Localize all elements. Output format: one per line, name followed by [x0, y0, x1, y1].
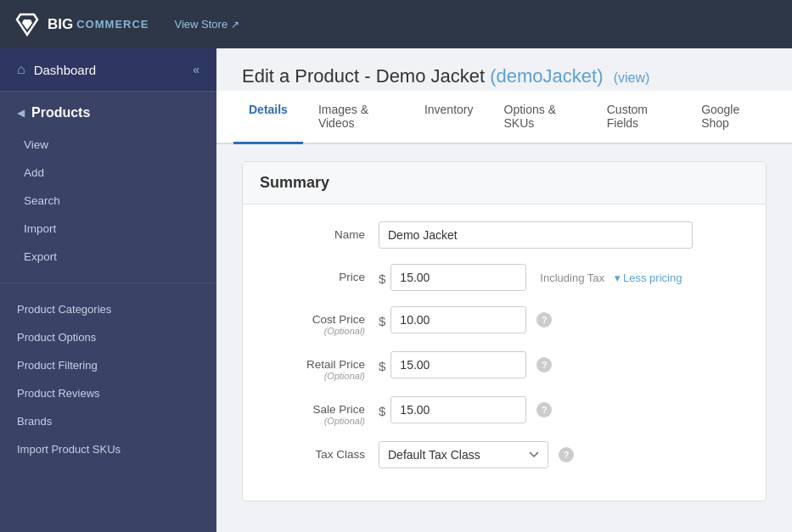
- page-title-view-link[interactable]: (view): [614, 70, 650, 85]
- brand-big-text: BIG: [48, 16, 73, 33]
- sidebar-secondary-nav: Product Categories Product Options Produ…: [0, 292, 216, 467]
- brand-logo: BIGCOMMERCE: [14, 11, 149, 38]
- form-area: Summary Name Price $ Including Tax: [216, 144, 792, 532]
- tab-google-shop[interactable]: Google Shop: [686, 91, 775, 144]
- cost-price-optional-text: (Optional): [268, 326, 365, 336]
- main-layout: ⌂ Dashboard « ◀ Products View Add Search…: [0, 48, 792, 532]
- price-currency-symbol: $: [379, 270, 385, 286]
- retail-price-label: Retail Price (Optional): [268, 351, 379, 381]
- sidebar: ⌂ Dashboard « ◀ Products View Add Search…: [0, 48, 216, 532]
- retail-price-group: $ ?: [379, 351, 552, 378]
- retail-price-label-text: Retail Price: [306, 358, 365, 371]
- tax-class-label: Tax Class: [268, 441, 379, 461]
- form-row-cost-price: Cost Price (Optional) $ ?: [268, 306, 740, 336]
- dashboard-left: ⌂ Dashboard: [17, 62, 96, 77]
- view-store-label: View Store: [175, 18, 228, 31]
- sale-price-help-icon[interactable]: ?: [536, 402, 552, 417]
- form-body: Name Price $ Including Tax ▾ Less pric: [243, 204, 766, 501]
- form-row-price: Price $ Including Tax ▾ Less pricing: [268, 264, 740, 291]
- sidebar-section-arrow-icon: ◀: [17, 107, 25, 119]
- sidebar-collapse-icon[interactable]: «: [193, 63, 199, 76]
- sidebar-item-export[interactable]: Export: [0, 243, 216, 271]
- sidebar-item-product-reviews[interactable]: Product Reviews: [0, 379, 216, 407]
- form-row-sale-price: Sale Price (Optional) $ ?: [268, 396, 740, 426]
- page-title: Edit a Product - Demo Jacket (demoJacket…: [242, 65, 767, 87]
- tax-class-group: Default Tax Class Exempt Tax Class ?: [379, 441, 574, 468]
- home-icon: ⌂: [17, 62, 25, 77]
- price-group: $ Including Tax ▾ Less pricing: [379, 264, 682, 291]
- sidebar-item-product-filtering[interactable]: Product Filtering: [0, 351, 216, 379]
- less-pricing-chevron-icon: ▾: [615, 272, 621, 284]
- sidebar-item-search[interactable]: Search: [0, 187, 216, 215]
- form-row-retail-price: Retail Price (Optional) $ ?: [268, 351, 740, 381]
- sidebar-divider: [0, 283, 216, 283]
- sidebar-item-add[interactable]: Add: [0, 159, 216, 187]
- sidebar-section-header: ◀ Products: [0, 92, 216, 127]
- sidebar-item-product-options[interactable]: Product Options: [0, 323, 216, 351]
- less-pricing-link[interactable]: ▾ Less pricing: [615, 272, 682, 284]
- summary-section: Summary Name Price $ Including Tax: [242, 161, 767, 501]
- sale-price-input[interactable]: [390, 396, 526, 423]
- page-title-handle: (demoJacket): [490, 65, 603, 87]
- tabs-bar: Details Images & Videos Inventory Option…: [216, 91, 792, 144]
- tab-inventory[interactable]: Inventory: [409, 91, 489, 144]
- cost-price-group: $ ?: [379, 306, 552, 333]
- top-navigation: BIGCOMMERCE View Store ↗: [0, 0, 792, 48]
- name-input[interactable]: [379, 221, 693, 249]
- cost-price-label: Cost Price (Optional): [268, 306, 379, 336]
- sidebar-item-import[interactable]: Import: [0, 215, 216, 243]
- form-row-name: Name: [268, 221, 740, 249]
- tab-details[interactable]: Details: [233, 91, 303, 144]
- name-label: Name: [268, 221, 379, 241]
- price-label: Price: [268, 264, 379, 283]
- sale-price-optional-text: (Optional): [268, 416, 365, 426]
- sale-price-currency-symbol: $: [379, 402, 385, 418]
- sale-price-label: Sale Price (Optional): [268, 396, 379, 426]
- dashboard-label: Dashboard: [34, 63, 96, 77]
- less-pricing-label: Less pricing: [623, 272, 682, 284]
- sidebar-primary-nav: View Add Search Import Export: [0, 127, 216, 274]
- sidebar-item-brands[interactable]: Brands: [0, 407, 216, 435]
- retail-price-currency-symbol: $: [379, 357, 385, 373]
- sale-price-label-text: Sale Price: [312, 403, 365, 416]
- view-store-link[interactable]: View Store ↗: [175, 18, 240, 31]
- summary-section-title: Summary: [243, 162, 766, 204]
- tab-options-skus[interactable]: Options & SKUs: [489, 91, 592, 144]
- sidebar-section-title: Products: [31, 105, 90, 120]
- external-link-icon: ↗: [231, 19, 239, 31]
- retail-price-help-icon[interactable]: ?: [536, 357, 552, 372]
- cost-price-input[interactable]: [390, 306, 526, 333]
- content-area: Edit a Product - Demo Jacket (demoJacket…: [216, 48, 792, 532]
- cost-price-help-icon[interactable]: ?: [536, 312, 552, 328]
- sale-price-group: $ ?: [379, 396, 552, 423]
- page-title-text: Edit a Product - Demo Jacket: [242, 65, 485, 87]
- sidebar-item-import-product-skus[interactable]: Import Product SKUs: [0, 435, 216, 463]
- sidebar-item-product-categories[interactable]: Product Categories: [0, 295, 216, 323]
- brand-commerce-text: COMMERCE: [76, 18, 149, 31]
- page-header: Edit a Product - Demo Jacket (demoJacket…: [216, 48, 792, 87]
- retail-price-input[interactable]: [390, 351, 526, 378]
- tax-class-select[interactable]: Default Tax Class Exempt Tax Class: [379, 441, 548, 468]
- form-row-tax-class: Tax Class Default Tax Class Exempt Tax C…: [268, 441, 740, 468]
- tax-class-help-icon[interactable]: ?: [559, 447, 574, 462]
- bigcommerce-logo-icon: [14, 11, 41, 38]
- cost-price-currency-symbol: $: [379, 312, 385, 328]
- price-tax-label: Including Tax: [540, 272, 604, 284]
- tab-images-videos[interactable]: Images & Videos: [303, 91, 409, 144]
- tab-custom-fields[interactable]: Custom Fields: [592, 91, 686, 144]
- retail-price-optional-text: (Optional): [268, 371, 365, 381]
- sidebar-item-view[interactable]: View: [0, 131, 216, 159]
- price-input[interactable]: [390, 264, 526, 291]
- sidebar-dashboard-item[interactable]: ⌂ Dashboard «: [0, 48, 216, 92]
- cost-price-label-text: Cost Price: [312, 313, 365, 326]
